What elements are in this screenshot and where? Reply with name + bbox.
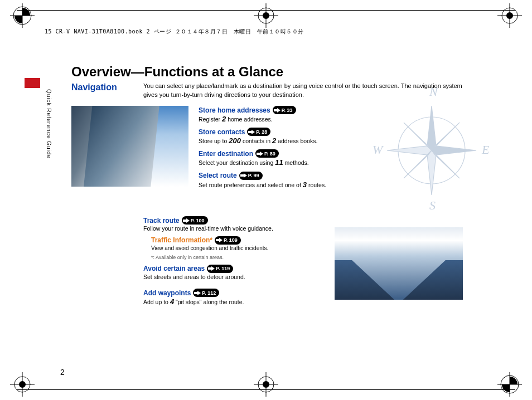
section-title-navigation: Navigation (71, 82, 117, 92)
feature-body: Set route preferences and select one of … (199, 180, 366, 190)
heading-text: Enter destination (199, 150, 253, 158)
feature-traffic-info: Traffic Information* P. 109 View and avo… (151, 236, 333, 252)
crop-mark-icon (10, 3, 35, 28)
feature-list-bottom: Track route P. 100 Follow your route in … (143, 216, 333, 311)
feature-heading: Add waypoints P. 112 (143, 289, 333, 297)
heading-text: Traffic Information* (151, 236, 212, 244)
page-link-pill[interactable]: P. 100 (182, 216, 208, 225)
feature-body: Add up to 4 "pit stops" along the route. (143, 297, 333, 307)
page-link-pill[interactable]: P. 109 (215, 236, 241, 245)
highway-image (335, 227, 463, 300)
feature-heading: Store contacts P. 28 (199, 128, 366, 136)
page-link-pill[interactable]: P. 112 (193, 289, 219, 297)
skyscraper-image (71, 106, 188, 187)
side-label: Quick Reference Guide (46, 89, 52, 159)
page-number: 2 (60, 368, 65, 377)
compass-rose-icon: N E S W (370, 84, 493, 212)
feature-body: View and avoid congestion and traffic in… (151, 245, 333, 252)
traffic-note: *: Available only in certain areas. (151, 255, 333, 260)
feature-heading: Store home addresses P. 33 (199, 106, 366, 114)
feature-heading: Traffic Information* P. 109 (151, 236, 333, 245)
feature-body: Follow your route in real-time with voic… (143, 225, 333, 233)
feature-body: Select your destination using 11 methods… (199, 158, 366, 168)
feature-store-contacts: Store contacts P. 28 Store up to 200 con… (199, 128, 366, 146)
feature-heading: Enter destination P. 80 (199, 149, 366, 158)
svg-text:E: E (481, 143, 490, 157)
document-header-line: 15 CR-V NAVI-31T0A8100.book 2 ページ ２０１４年８… (45, 28, 304, 36)
feature-body: Register 2 home addresses. (199, 114, 366, 124)
page-link-pill[interactable]: P. 28 (247, 128, 270, 136)
feature-avoid-areas: Avoid certain areas P. 119 Set streets a… (143, 265, 333, 281)
feature-body: Set streets and areas to detour around. (143, 273, 333, 281)
crop-mark-icon (254, 3, 278, 28)
heading-text: Avoid certain areas (143, 265, 205, 272)
svg-text:W: W (373, 143, 384, 157)
crop-mark-icon (497, 372, 522, 397)
feature-enter-destination: Enter destination P. 80 Select your dest… (199, 149, 366, 168)
section-tab (25, 78, 40, 88)
feature-heading: Avoid certain areas P. 119 (143, 265, 333, 273)
heading-text: Select route (199, 172, 237, 179)
crop-mark-icon (254, 372, 278, 397)
heading-text: Add waypoints (143, 289, 191, 297)
page-link-pill[interactable]: P. 33 (273, 106, 296, 114)
page-title: Overview—Functions at a Glance (71, 64, 283, 80)
heading-text: Store contacts (199, 128, 245, 136)
heading-text: Track route (143, 217, 180, 225)
feature-list-right: Store home addresses P. 33 Register 2 ho… (199, 106, 366, 193)
page-link-pill[interactable]: P. 99 (239, 172, 263, 180)
feature-add-waypoints: Add waypoints P. 112 Add up to 4 "pit st… (143, 289, 333, 307)
feature-body: Store up to 200 contacts in 2 address bo… (199, 136, 366, 146)
page-link-pill[interactable]: P. 119 (207, 265, 233, 273)
feature-select-route: Select route P. 99 Set route preferences… (199, 172, 366, 190)
page-link-pill[interactable]: P. 80 (255, 149, 279, 158)
crop-mark-icon (497, 3, 522, 28)
feature-heading: Select route P. 99 (199, 172, 366, 180)
crop-mark-icon (10, 372, 35, 397)
heading-text: Store home addresses (199, 106, 270, 114)
feature-track-route: Track route P. 100 Follow your route in … (143, 216, 333, 233)
svg-text:S: S (429, 198, 436, 212)
feature-store-home: Store home addresses P. 33 Register 2 ho… (199, 106, 366, 124)
feature-heading: Track route P. 100 (143, 216, 333, 225)
svg-text:N: N (429, 85, 438, 99)
